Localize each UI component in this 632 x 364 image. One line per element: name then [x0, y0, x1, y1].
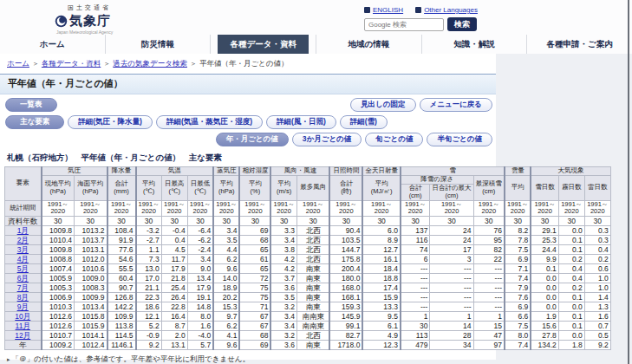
english-link[interactable]: ENGLISH [364, 6, 403, 14]
value-cell: 200.4 [329, 263, 362, 273]
month-link[interactable]: 1月 [17, 226, 29, 235]
element-col-header: 要素 [5, 167, 42, 200]
value-cell: 68 [239, 235, 270, 244]
value-cell: 1012.4 [75, 340, 108, 349]
element-tab-3[interactable]: 詳細(風・日照) [266, 115, 336, 129]
value-cell: 4.5 [161, 244, 187, 254]
value-cell: --- [401, 283, 430, 292]
element-tab-0[interactable]: 主な要素 [5, 115, 64, 129]
value-cell: 南東 [296, 283, 329, 292]
nav-item-1[interactable]: 防災情報 [105, 35, 211, 54]
value-cell: 29.1 [531, 225, 558, 235]
value-cell: 3.7 [270, 273, 296, 283]
row-label: 3月 [5, 244, 42, 254]
ministry-name: 国土交通省 [68, 3, 113, 12]
value-cell: 南東 [296, 340, 329, 349]
month-link[interactable]: 3月 [17, 245, 29, 254]
month-link[interactable]: 7月 [17, 283, 29, 292]
value-cell: 54.6 [108, 254, 136, 263]
value-cell: -3.2 [136, 225, 162, 235]
vertical-scrollbar[interactable] [628, 0, 629, 364]
element-tabs: 主な要素詳細(気圧・降水量)詳細(気温・蒸気圧・湿度)詳細(風・日照)詳細(雪) [5, 115, 492, 129]
value-cell: 0.0 [531, 283, 558, 292]
search-input[interactable] [364, 18, 444, 31]
period-tab-3[interactable]: 半旬ごとの値 [427, 133, 492, 146]
value-cell: 3.6 [270, 283, 296, 292]
value-cell: --- [430, 302, 473, 311]
value-cell: 76 [473, 225, 505, 235]
nav-item-4[interactable]: 知識・解説 [421, 35, 527, 54]
row-label: 10月 [5, 311, 42, 321]
value-cell: 1013.1 [75, 244, 108, 254]
value-cell: 26.4 [161, 292, 187, 302]
month-link[interactable]: 12月 [15, 331, 30, 340]
nav-item-0[interactable]: ホーム [0, 35, 105, 54]
value-cell: 142.2 [108, 302, 136, 311]
month-link[interactable]: 4月 [17, 255, 29, 263]
value-cell: 6.6 [505, 311, 531, 321]
value-cell: 82 [473, 244, 505, 254]
element-tab-4[interactable]: 詳細(雪) [340, 115, 388, 129]
group-header: 雪 [401, 167, 505, 176]
value-cell: 55.5 [108, 263, 136, 273]
month-link[interactable]: 2月 [17, 236, 29, 244]
value-cell: 1.0 [584, 283, 610, 292]
jma-logo[interactable]: 国土交通省 気象庁 Japan Meteorological Agency [55, 3, 113, 35]
years-cell: 30 [187, 216, 213, 225]
value-cell: 2.0 [161, 330, 187, 340]
value-cell: 9.5 [362, 311, 401, 321]
list-view-button[interactable]: 一覧表 [5, 98, 57, 112]
value-cell: 7.8 [505, 235, 531, 244]
value-cell: 6.9 [505, 302, 531, 311]
element-tab-1[interactable]: 詳細(気圧・降水量) [68, 115, 153, 129]
month-link[interactable]: 9月 [17, 302, 29, 311]
search-button[interactable]: 検索 [447, 17, 477, 31]
value-cell: 9.6 [213, 263, 239, 273]
value-cell: 67 [239, 311, 270, 321]
month-link[interactable]: 6月 [17, 274, 29, 283]
value-cell: 1718.0 [329, 340, 362, 349]
value-cell: 北西 [296, 225, 329, 235]
row-label: 4月 [5, 254, 42, 263]
period-tab-1[interactable]: 3か月ごとの値 [292, 133, 362, 146]
value-cell: 1008.3 [75, 283, 108, 292]
fix-heading-button[interactable]: 見出しの固定 [350, 98, 415, 112]
value-cell: 5.2 [136, 321, 162, 330]
month-link[interactable]: 8月 [17, 293, 29, 302]
years-label: 資料年数 [5, 216, 42, 225]
nav-item-3[interactable]: 地域の情報 [316, 35, 421, 54]
breadcrumb-link[interactable]: 各種データ・資料 [42, 59, 101, 68]
value-cell: 7.6 [505, 292, 531, 302]
value-cell: 145.9 [329, 311, 362, 321]
breadcrumb-link[interactable]: 過去の気象データ検索 [113, 59, 187, 68]
breadcrumb-link[interactable]: ホーム [7, 59, 29, 68]
month-link[interactable]: 5月 [17, 264, 29, 273]
element-tab-2[interactable]: 詳細(気温・蒸気圧・湿度) [156, 115, 263, 129]
period-tab-2[interactable]: 旬ごとの値 [365, 133, 423, 146]
row-label: 8月 [5, 292, 42, 302]
month-link[interactable]: 11月 [16, 322, 30, 330]
other-languages-link[interactable]: Other Languages [415, 6, 478, 14]
back-to-menu-button[interactable]: メニューに戻る [420, 98, 493, 112]
value-cell: 19.1 [187, 292, 213, 302]
value-cell: 17 [430, 244, 473, 254]
nav-item-5[interactable]: 各種申請・ご案内 [526, 35, 632, 54]
value-cell: 1013.2 [75, 225, 108, 235]
month-link[interactable]: 10月 [15, 312, 30, 321]
value-cell: 3.4 [270, 321, 296, 330]
value-cell: 0.1 [558, 235, 584, 244]
value-cell: 1007.4 [42, 263, 75, 273]
value-cell: 0.5 [584, 330, 610, 340]
value-cell: --- [430, 263, 473, 273]
years-cell: 30 [473, 216, 505, 225]
row-label: 6月 [5, 273, 42, 283]
value-cell: 27.8 [531, 330, 558, 340]
nav-item-2[interactable]: 各種データ・資料 [210, 35, 316, 54]
value-cell: 9.2 [136, 340, 162, 349]
value-cell: 15.6 [531, 321, 558, 330]
english-link-label: ENGLISH [373, 6, 403, 14]
value-cell: 1009.9 [75, 292, 108, 302]
stat-period-cell: 1991～2020 [161, 200, 187, 216]
period-tab-0[interactable]: 年・月ごとの値 [216, 133, 289, 146]
value-cell: 1.6 [584, 311, 610, 321]
